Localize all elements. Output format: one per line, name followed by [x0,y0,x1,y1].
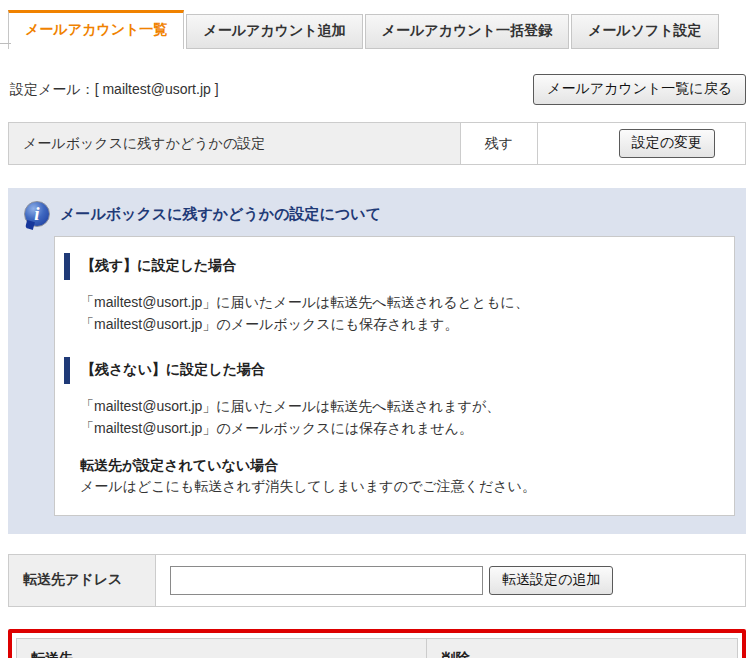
no-forward-heading: 転送先が設定されていない場合 [80,457,714,475]
forward-address-label: 転送先アドレス [9,555,156,606]
forward-settings-table: 転送先 削除 現在転送設定はありません。 [16,638,738,658]
keep-setting-row: メールボックスに残すかどうかの設定 残す 設定の変更 [8,122,746,165]
case-not-keep-line-2: 「mailtest@usort.jp」のメールボックスには保存されません。 [80,417,714,439]
case-not-keep-heading: 【残さない】に設定した場合 [64,357,714,384]
info-icon: i [24,201,50,227]
no-forward-line: メールはどこにも転送されず消失してしまいますのでご注意ください。 [80,475,714,497]
info-inner-panel: 【残す】に設定した場合 「mailtest@usort.jp」に届いたメールは転… [54,236,735,516]
tab-mail-account-bulk-register[interactable]: メールアカウント一括登録 [365,14,569,49]
case-not-keep-line-1: 「mailtest@usort.jp」に届いたメールは転送先へ転送されますが、 [80,395,714,417]
tab-mail-account-add[interactable]: メールアカウント追加 [186,14,362,49]
forward-address-row: 転送先アドレス 転送設定の追加 [8,554,746,607]
add-forward-setting-button[interactable]: 転送設定の追加 [489,566,613,595]
info-box: i メールボックスに残すかどうかの設定について 【残す】に設定した場合 「mai… [8,188,746,534]
tab-mail-account-list[interactable]: メールアカウント一覧 [8,10,184,49]
change-setting-button[interactable]: 設定の変更 [619,129,715,158]
forward-table-header: 転送先 削除 [17,639,737,658]
keep-setting-label: メールボックスに残すかどうかの設定 [9,123,461,164]
target-mail-label: 設定メール：[ mailtest@usort.jp ] [10,81,219,99]
tab-mail-software-settings[interactable]: メールソフト設定 [571,14,719,49]
forward-destination-column-header: 転送先 [17,639,427,658]
page: メールアカウント一覧 メールアカウント追加 メールアカウント一括登録 メールソフ… [0,10,751,658]
red-highlight-frame: 転送先 削除 現在転送設定はありません。 [8,629,746,658]
header-line: 設定メール：[ mailtest@usort.jp ] メールアカウント一覧に戻… [8,74,746,105]
forward-address-input[interactable] [170,566,483,595]
tab-bar: メールアカウント一覧 メールアカウント追加 メールアカウント一括登録 メールソフ… [8,10,746,49]
case-keep-line-1: 「mailtest@usort.jp」に届いたメールは転送先へ転送されるとともに… [80,291,714,313]
keep-setting-action-cell: 設定の変更 [538,123,745,164]
forward-address-field-cell: 転送設定の追加 [156,555,745,606]
case-keep-heading: 【残す】に設定した場合 [64,253,714,280]
info-box-title: メールボックスに残すかどうかの設定について [60,205,381,224]
case-keep-line-2: 「mailtest@usort.jp」のメールボックスにも保存されます。 [80,313,714,335]
keep-setting-value: 残す [461,123,538,164]
delete-column-header: 削除 [427,639,737,658]
info-title-row: i メールボックスに残すかどうかの設定について [16,197,738,236]
tab-baseline-divider [0,43,11,44]
back-to-account-list-button[interactable]: メールアカウント一覧に戻る [533,74,746,105]
